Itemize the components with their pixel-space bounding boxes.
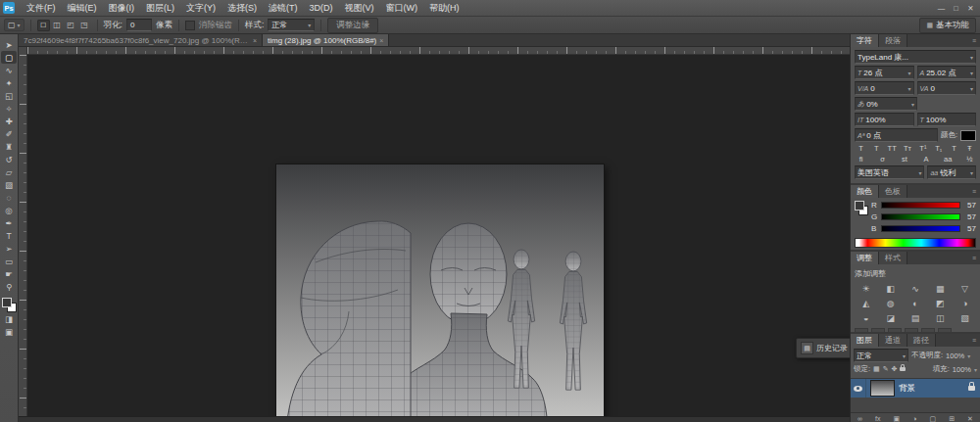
panel-menu-icon[interactable]: ≡	[968, 334, 980, 347]
layer-row-background[interactable]: 背景	[851, 379, 980, 398]
small-caps-button[interactable]: Tт	[903, 144, 913, 153]
add-layer-mask-icon[interactable]: ▣	[894, 415, 901, 422]
restore-button[interactable]: □	[949, 1, 963, 16]
gradient-map-icon[interactable]: ▧	[954, 311, 976, 325]
adjustment-preset-icon[interactable]: ◻	[938, 328, 952, 332]
new-group-icon[interactable]: ▢	[930, 415, 937, 422]
fractions-button[interactable]: ½	[964, 155, 975, 164]
layer-thumbnail[interactable]	[870, 380, 895, 397]
foreground-color-swatch[interactable]	[855, 201, 864, 211]
layer-visibility-toggle[interactable]	[851, 379, 866, 398]
eyedropper-tool[interactable]: ✧	[1, 102, 17, 115]
history-brush-tool[interactable]: ↺	[1, 153, 17, 165]
invert-icon[interactable]: ◪	[879, 311, 902, 325]
menubar-item[interactable]: 文字(Y)	[180, 1, 221, 16]
channel-slider[interactable]	[881, 213, 960, 220]
new-layer-icon[interactable]: ⊞	[949, 415, 955, 422]
stylistic-alt-button[interactable]: st	[899, 155, 909, 164]
color-lookup-icon[interactable]: ◒	[855, 311, 877, 325]
panel-tab[interactable]: 段落	[879, 34, 907, 47]
photo-filter-icon[interactable]: ◩	[929, 297, 952, 310]
lock-position-icon[interactable]: ✥	[892, 365, 898, 373]
channel-mixer-icon[interactable]: ◑	[954, 297, 976, 310]
canvas[interactable]: ▤ 历史记录	[27, 55, 850, 416]
horizontal-scale-field[interactable]: T 100%	[917, 113, 977, 126]
new-selection[interactable]: □	[37, 20, 50, 31]
faux-bold-button[interactable]: T	[856, 144, 866, 153]
superscript-button[interactable]: T¹	[917, 144, 928, 153]
history-panel-button[interactable]: ▤ 历史记录	[796, 338, 850, 358]
panel-tab[interactable]: 调整	[851, 252, 879, 264]
antialias-select[interactable]: aa 锐利 ▾	[927, 165, 976, 179]
eraser-tool[interactable]: ▱	[1, 165, 17, 178]
language-select[interactable]: 美国英语 ▾	[855, 165, 924, 179]
panel-menu-icon[interactable]: ≡	[968, 34, 980, 47]
delete-layer-icon[interactable]: ✕	[967, 415, 973, 422]
menubar-item[interactable]: 帮助(H)	[423, 1, 466, 16]
close-button[interactable]: ✕	[963, 1, 978, 16]
font-family-select[interactable]: TypeLand 康... ▾	[855, 50, 976, 64]
ordinals-button[interactable]: aa	[943, 155, 954, 164]
path-selection-tool[interactable]: ➢	[1, 242, 17, 255]
strikethrough-button[interactable]: Ŧ	[964, 144, 975, 153]
panel-tab[interactable]: 通道	[879, 334, 907, 347]
adjustment-preset-icon[interactable]: ◻	[871, 328, 885, 332]
blend-mode-select[interactable]: 正常 ▾	[854, 349, 908, 362]
tsume-field[interactable]: あ 0% ▾	[855, 97, 917, 111]
panel-tab[interactable]: 图层	[851, 334, 879, 347]
swash-button[interactable]: σ	[877, 155, 888, 164]
menubar-item[interactable]: 窗口(W)	[380, 1, 424, 16]
vibrance-icon[interactable]: ▽	[954, 282, 976, 296]
threshold-icon[interactable]: ◫	[929, 311, 952, 325]
menubar-item[interactable]: 3D(D)	[304, 1, 339, 16]
color-swatches[interactable]	[2, 298, 17, 312]
subtract-from-selection[interactable]: ◰	[65, 20, 77, 31]
spot-healing-brush-tool[interactable]: ✚	[1, 115, 17, 127]
fill-value[interactable]: 100%	[953, 365, 971, 374]
brightness-contrast-icon[interactable]: ☀	[855, 282, 877, 296]
panel-tab[interactable]: 字符	[851, 34, 879, 47]
quick-mask-button[interactable]: ◨	[1, 312, 17, 325]
adjustment-preset-icon[interactable]: ◻	[905, 328, 918, 332]
clone-stamp-tool[interactable]: ♜	[1, 140, 17, 153]
brush-tool[interactable]: ✐	[1, 127, 17, 140]
close-tab-icon[interactable]: ×	[379, 37, 383, 44]
panel-color-swatches[interactable]	[855, 201, 867, 216]
menubar-item[interactable]: 文件(F)	[21, 1, 62, 16]
hand-tool[interactable]: ☛	[1, 267, 17, 280]
close-tab-icon[interactable]: ×	[253, 37, 257, 44]
quick-selection-tool[interactable]: ✦	[1, 76, 17, 89]
baseline-shift-field[interactable]: Aª 0 点	[855, 128, 938, 142]
black-white-icon[interactable]: ◐	[904, 297, 926, 310]
levels-icon[interactable]: ◧	[879, 282, 902, 296]
add-to-selection[interactable]: ◫	[51, 20, 64, 31]
color-balance-icon[interactable]: ◍	[879, 297, 902, 310]
opacity-value[interactable]: 100%	[946, 352, 964, 360]
minimize-button[interactable]: —	[934, 1, 949, 16]
document-tab[interactable]: 7c92f4609e4f8f7f74265ba637f0c8f6_view_72…	[19, 34, 263, 46]
document-image[interactable]	[276, 164, 604, 416]
refine-edge-button[interactable]: 调整边缘	[327, 18, 378, 33]
panel-tab[interactable]: 颜色	[851, 185, 879, 198]
feather-input[interactable]: 0	[126, 19, 152, 31]
panel-tab[interactable]: 样式	[879, 252, 907, 264]
hue-saturation-icon[interactable]: ◭	[855, 297, 877, 310]
posterize-icon[interactable]: ▤	[904, 311, 926, 325]
text-color-swatch[interactable]	[960, 130, 976, 141]
channel-slider[interactable]	[881, 225, 960, 232]
rectangular-marquee-tool[interactable]: ▢	[1, 51, 17, 64]
panel-tab[interactable]: 色板	[879, 185, 907, 198]
layer-effects-icon[interactable]: fx	[875, 415, 880, 422]
faux-italic-button[interactable]: T	[871, 144, 882, 153]
ligatures-button[interactable]: fi	[856, 155, 866, 164]
style-select[interactable]: 正常 ▾	[268, 19, 315, 31]
gradient-tool[interactable]: ▨	[1, 178, 17, 191]
new-adjustment-layer-icon[interactable]: ◑	[912, 415, 916, 422]
lasso-tool[interactable]: ∿	[1, 64, 17, 76]
workspace-switcher[interactable]: ▦ 基本功能	[919, 18, 976, 33]
dodge-tool[interactable]: ◎	[1, 204, 17, 216]
menubar-item[interactable]: 滤镜(T)	[263, 1, 304, 16]
subscript-button[interactable]: T₁	[933, 144, 944, 153]
move-tool[interactable]: ➤	[1, 38, 17, 51]
menubar-item[interactable]: 编辑(E)	[62, 1, 103, 16]
